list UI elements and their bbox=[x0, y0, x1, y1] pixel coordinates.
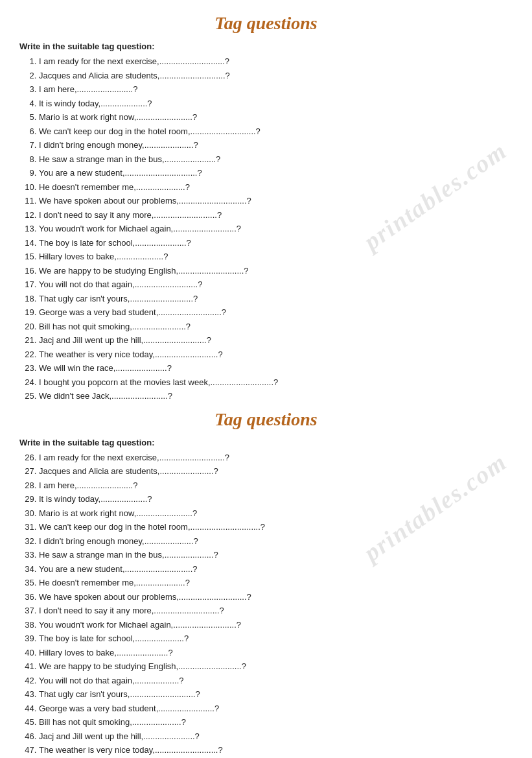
list-item: He doesn't remember me,.................… bbox=[39, 576, 513, 589]
list-item: You are a new student,..................… bbox=[39, 563, 513, 576]
list-item: You woudn't work for Michael again,.....… bbox=[39, 222, 513, 235]
list-item: It is windy today,....................? bbox=[39, 97, 513, 110]
list-item: I bought you popcorn at the movies last … bbox=[39, 376, 513, 389]
list-item: The boy is late for school,.............… bbox=[39, 237, 513, 250]
list-item: We are happy to be studying English,....… bbox=[39, 265, 513, 278]
list-item: Mario is at work right now,.............… bbox=[39, 507, 513, 520]
list-item: Jacques and Alicia are students,........… bbox=[39, 465, 513, 478]
list-item: I am ready for the next exercise,.......… bbox=[39, 55, 513, 68]
list-item: You will not do that again,.............… bbox=[39, 674, 513, 687]
instruction-1: Write in the suitable tag question: bbox=[19, 41, 513, 51]
list-item: We can't keep our dog in the hotel room,… bbox=[39, 125, 513, 138]
list-item: We have spoken about our problems,......… bbox=[39, 195, 513, 207]
list-item: He saw a strange man in the bus,........… bbox=[39, 153, 513, 166]
list-item: The weather is very nice today,.........… bbox=[39, 348, 513, 361]
list-item: I am ready for the next exercise,.......… bbox=[39, 451, 513, 464]
list-item: I don't need to say it any more,........… bbox=[39, 604, 513, 617]
list-item: We can't keep our dog in the hotel room,… bbox=[39, 521, 513, 534]
list-item: Bill has not quit smoking,..............… bbox=[39, 716, 513, 729]
list-item: George was a very bad student,..........… bbox=[39, 306, 513, 319]
instruction-2: Write in the suitable tag question: bbox=[19, 438, 513, 447]
list-item: Hillary loves to bake,..................… bbox=[39, 646, 513, 659]
list-item: That ugly car isn't yours,..............… bbox=[39, 688, 513, 701]
list-item: George was a very bad student,..........… bbox=[39, 702, 513, 715]
section-bottom: Tag questions Write in the suitable tag … bbox=[19, 409, 513, 759]
question-list-1: I am ready for the next exercise,.......… bbox=[19, 55, 513, 403]
list-item: Bill has not quit smoking,..............… bbox=[39, 320, 513, 333]
list-item: The boy is late for school,.............… bbox=[39, 632, 513, 645]
list-item: He doesn't remember me,.................… bbox=[39, 181, 513, 194]
list-item: It is windy today,....................? bbox=[39, 493, 513, 506]
list-item: He saw a strange man in the bus,........… bbox=[39, 549, 513, 562]
list-item: I don't need to say it any more,........… bbox=[39, 209, 513, 222]
list-item: We didn't see Jack,.....................… bbox=[39, 390, 513, 403]
list-item: We have spoken about our problems,......… bbox=[39, 591, 513, 604]
list-item: Jacj and Jill went up the hill,.........… bbox=[39, 334, 513, 347]
list-item: We are happy to be studying English,....… bbox=[39, 660, 513, 673]
list-item: That ugly car isn't yours,..............… bbox=[39, 292, 513, 305]
list-item: Mario is at work right now,.............… bbox=[39, 111, 513, 124]
list-item: You are a new student,..................… bbox=[39, 167, 513, 180]
question-list-2: I am ready for the next exercise,.......… bbox=[19, 451, 513, 759]
list-item: Hillary loves to bake,..................… bbox=[39, 250, 513, 263]
list-item: You will not do that again,.............… bbox=[39, 278, 513, 291]
list-item: You woudn't work for Michael again,.....… bbox=[39, 619, 513, 632]
list-item: We will win the race,...................… bbox=[39, 362, 513, 375]
list-item: The weather is very nice today,.........… bbox=[39, 744, 513, 757]
list-item: Jacj and Jill went up the hill,.........… bbox=[39, 730, 513, 743]
list-item: I am here,........................? bbox=[39, 479, 513, 492]
title-1: Tag questions bbox=[19, 13, 513, 34]
list-item: I didn't bring enough money,............… bbox=[39, 139, 513, 152]
title-2: Tag questions bbox=[19, 409, 513, 430]
list-item: Jacques and Alicia are students,........… bbox=[39, 69, 513, 82]
list-item: I am here,........................? bbox=[39, 83, 513, 96]
section-top: Tag questions Write in the suitable tag … bbox=[19, 13, 513, 403]
list-item: I didn't bring enough money,............… bbox=[39, 535, 513, 548]
